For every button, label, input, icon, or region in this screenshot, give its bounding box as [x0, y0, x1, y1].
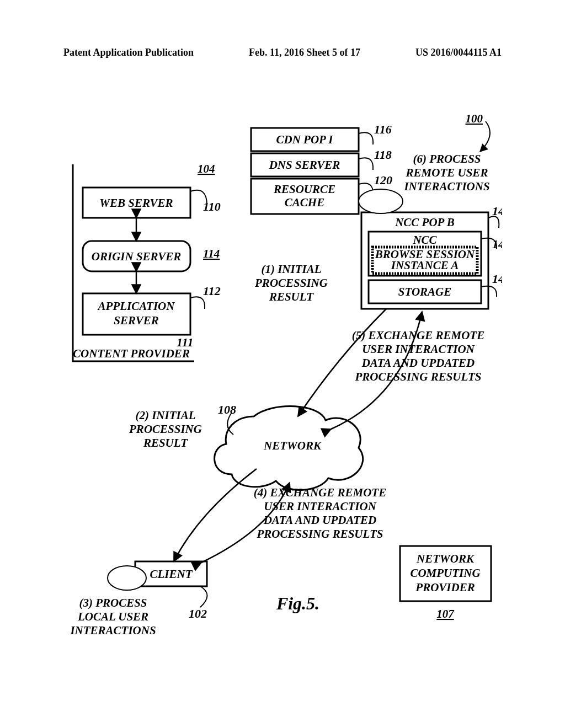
ref-118: 118: [374, 148, 392, 162]
step2-l1: (2) INITIAL: [135, 409, 195, 422]
ref-118-leader: [359, 158, 373, 170]
content-provider-label: CONTENT PROVIDER: [73, 347, 190, 360]
web-server-label: WEB SERVER: [99, 196, 173, 210]
ref-102-leader: [200, 586, 207, 607]
step6-bubble: [359, 189, 403, 213]
ref-120: 120: [374, 173, 392, 187]
step3-l3: INTERACTIONS: [70, 624, 156, 637]
figure: 100 104 WEB SERVER 110 ORIGIN SERVER 114…: [61, 105, 502, 656]
app-server-label-l2: SERVER: [114, 314, 158, 327]
step5-l1: (5) EXCHANGE REMOTE: [352, 329, 484, 342]
ncp-l1: NETWORK: [416, 552, 475, 565]
header-right: US 2016/0044115 A1: [415, 47, 502, 58]
ncc-pop-label: NCC POP B: [395, 216, 455, 229]
ref-100-leader: [480, 121, 490, 152]
storage-label: STORAGE: [398, 285, 451, 298]
app-server-label-l1: APPLICATION: [97, 299, 175, 313]
page: Patent Application Publication Feb. 11, …: [0, 0, 565, 728]
ref-102: 102: [189, 607, 207, 620]
ref-116-leader: [359, 132, 373, 144]
ncp-l3: PROVIDER: [415, 581, 475, 594]
step3-l1: (3) PROCESS: [79, 596, 147, 609]
step4-l2: USER INTERACTION: [264, 500, 376, 513]
header-center: Feb. 11, 2016 Sheet 5 of 17: [249, 47, 360, 58]
figure-caption: Fig.5.: [276, 593, 319, 613]
ref-144: 144: [492, 237, 502, 251]
ref-112: 112: [203, 284, 221, 298]
step4-l4: PROCESSING RESULTS: [257, 527, 383, 540]
ref-142: 142: [492, 204, 502, 218]
ncc-label: NCC: [412, 233, 437, 247]
step1-l1: (1) INITIAL: [261, 263, 321, 276]
step5-l2: USER INTERACTION: [362, 342, 475, 356]
step5-l4: PROCESSING RESULTS: [355, 370, 482, 383]
ncp-l2: COMPUTING: [410, 566, 480, 580]
step5-l3: DATA AND UPDATED: [361, 356, 475, 370]
ref-104: 104: [198, 162, 215, 175]
step6-l1: (6) PROCESS: [413, 152, 481, 165]
ref-100: 100: [466, 112, 483, 125]
browse-session-l2: INSTANCE A: [391, 259, 459, 272]
step3-l2: LOCAL USER: [77, 610, 148, 623]
step2-l2: PROCESSING: [129, 422, 202, 436]
ref-116: 116: [374, 122, 392, 136]
header-left: Patent Application Publication: [63, 47, 194, 58]
step1-l3: RESULT: [269, 290, 314, 303]
origin-server-label: ORIGIN SERVER: [92, 250, 181, 263]
page-header: Patent Application Publication Feb. 11, …: [0, 47, 565, 58]
ref-142-leader: [488, 216, 499, 228]
dns-server-label: DNS SERVER: [269, 158, 340, 172]
step4-l3: DATA AND UPDATED: [263, 513, 377, 527]
step6-l2: REMOTE USER: [406, 166, 488, 179]
resource-cache-label-l1: RESOURCE: [273, 183, 335, 196]
step3-bubble: [108, 566, 146, 590]
ref-107: 107: [436, 607, 455, 620]
step1-l2: PROCESSING: [254, 276, 328, 290]
ref-114: 114: [203, 247, 220, 260]
resource-cache-label-l2: CACHE: [285, 196, 324, 209]
ref-110: 110: [203, 200, 221, 213]
network-label: NETWORK: [263, 439, 322, 452]
diagram-svg: 100 104 WEB SERVER 110 ORIGIN SERVER 114…: [61, 105, 502, 656]
ref-146: 146: [492, 272, 502, 286]
ref-112-leader: [190, 297, 205, 309]
step6-l3: INTERACTIONS: [403, 180, 489, 193]
step4-l1: (4) EXCHANGE REMOTE: [254, 486, 386, 499]
client-label: CLIENT: [150, 568, 193, 581]
step2-l3: RESULT: [143, 436, 188, 449]
cdn-pop-label: CDN POP I: [276, 133, 333, 146]
ref-108: 108: [218, 403, 236, 416]
